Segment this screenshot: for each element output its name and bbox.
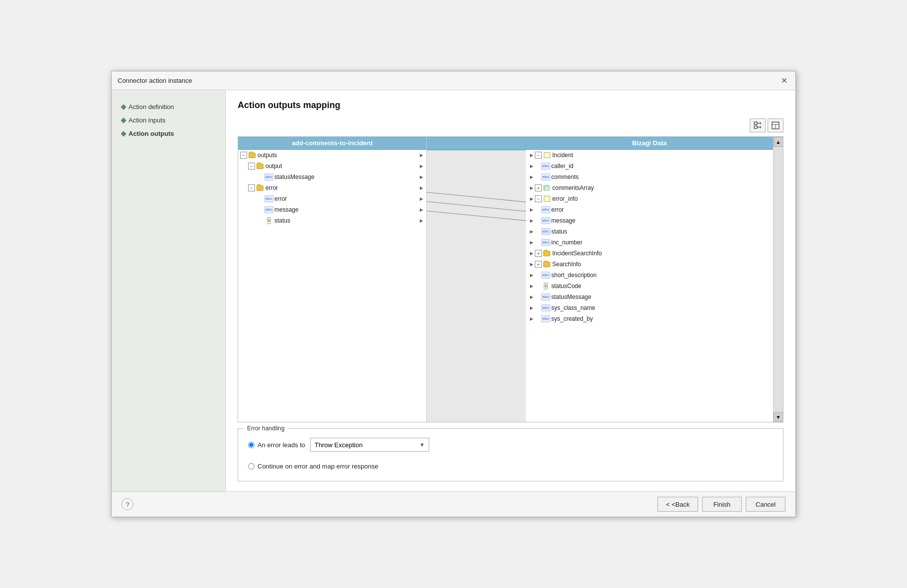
arrow-error-field[interactable]: ▶ <box>418 196 424 202</box>
back-button[interactable]: < <Back <box>657 497 698 512</box>
mapping-wrapper: add-comments-to-incident − outputs ▶ − <box>238 137 783 422</box>
throw-exception-dropdown[interactable]: Throw Exception ▼ <box>310 438 429 452</box>
biz-arrow-commentsArray[interactable]: ▶ <box>528 184 535 191</box>
folder-icon-outputs <box>248 151 256 159</box>
finish-button[interactable]: Finish <box>702 497 742 512</box>
cancel-button[interactable]: Cancel <box>746 497 785 512</box>
abc-icon-statusMessage: abc <box>265 173 273 181</box>
biz-row-statusCode[interactable]: ▶ 1 statusCode <box>526 281 773 292</box>
biz-row-status-biz[interactable]: ▶ abc status <box>526 226 773 237</box>
help-button[interactable]: ? <box>122 498 133 510</box>
arrow-output[interactable]: ▶ <box>418 163 424 169</box>
close-button[interactable]: ✕ <box>778 75 789 86</box>
layout-tool-button-1[interactable] <box>750 118 766 132</box>
tree-node-message[interactable]: abc message ▶ <box>238 204 426 215</box>
layout-tool-button-2[interactable] <box>768 118 783 132</box>
abc-icon-sys_created_by: abc <box>542 315 550 323</box>
sidebar-item-action-inputs[interactable]: Action inputs <box>120 114 217 127</box>
tree-node-status[interactable]: 1 status ▶ <box>238 215 426 226</box>
biz-arrow-message-biz[interactable]: ▶ <box>528 217 535 224</box>
label-statusMessage-biz: statusMessage <box>551 294 591 300</box>
sidebar-item-action-outputs-label: Action outputs <box>129 130 174 137</box>
biz-row-commentsArray[interactable]: ▶ + commentsArray <box>526 182 773 193</box>
biz-arrow-SearchInfo[interactable]: ▶ <box>528 261 535 268</box>
biz-arrow-error-biz[interactable]: ▶ <box>528 206 535 213</box>
biz-arrow-inc_number[interactable]: ▶ <box>528 239 535 246</box>
biz-arrow-Incident[interactable]: ▶ <box>528 152 535 159</box>
radio-label-2[interactable]: Continue on error and map error response <box>248 463 379 470</box>
label-error_info: error_info <box>552 195 578 202</box>
biz-arrow-error_info[interactable]: ▶ <box>528 195 535 202</box>
scroll-up-button[interactable]: ▲ <box>774 137 783 147</box>
svg-rect-0 <box>754 122 757 124</box>
biz-row-sys_created_by[interactable]: ▶ abc sys_created_by <box>526 313 773 324</box>
dropdown-value: Throw Exception <box>315 441 363 449</box>
biz-arrow-caller_id[interactable]: ▶ <box>528 163 535 170</box>
sidebar-item-action-definition[interactable]: Action definition <box>120 100 217 114</box>
label-message-biz: message <box>551 217 576 224</box>
collection-svg <box>543 185 550 191</box>
biz-arrow-short_description[interactable]: ▶ <box>528 272 535 279</box>
biz-row-statusMessage-biz[interactable]: ▶ abc statusMessage <box>526 292 773 302</box>
biz-arrow-IncidentSearchInfo[interactable]: ▶ <box>528 250 535 257</box>
expander-SearchInfo[interactable]: + <box>535 261 542 268</box>
label-sys_created_by: sys_created_by <box>551 315 593 322</box>
label-message: message <box>274 206 299 213</box>
expander-output[interactable]: − <box>248 163 255 170</box>
biz-arrow-sys_class_name[interactable]: ▶ <box>528 304 535 311</box>
arrow-statusMessage[interactable]: ▶ <box>418 174 424 180</box>
biz-row-SearchInfo[interactable]: ▶ + SearchInfo <box>526 259 773 270</box>
biz-arrow-statusMessage-biz[interactable]: ▶ <box>528 294 535 300</box>
scroll-down-button[interactable]: ▼ <box>774 412 783 422</box>
biz-row-message-biz[interactable]: ▶ abc message <box>526 215 773 226</box>
middle-panel <box>427 137 526 422</box>
abc-icon-error: abc <box>265 195 273 203</box>
biz-row-error_info[interactable]: ▶ − error_info <box>526 193 773 204</box>
abc-icon-short_description: abc <box>542 271 550 279</box>
biz-row-inc_number[interactable]: ▶ abc inc_number <box>526 237 773 248</box>
biz-row-comments[interactable]: ▶ abc comments <box>526 172 773 182</box>
biz-arrow-statusCode[interactable]: ▶ <box>528 283 535 290</box>
abc-icon-inc_number: abc <box>542 238 550 246</box>
label-statusMessage: statusMessage <box>274 174 315 180</box>
biz-row-error-biz[interactable]: ▶ abc error <box>526 204 773 215</box>
tree-node-error-group[interactable]: − error ▶ <box>238 182 426 193</box>
expander-error_info[interactable]: − <box>535 195 542 202</box>
expander-error-group[interactable]: − <box>248 184 255 191</box>
arrow-error-group[interactable]: ▶ <box>418 185 424 191</box>
biz-arrow-sys_created_by[interactable]: ▶ <box>528 315 535 322</box>
biz-row-caller_id[interactable]: ▶ abc caller_id <box>526 161 773 172</box>
dialog-titlebar: Connector action instance ✕ <box>112 71 795 90</box>
tree-node-output[interactable]: − output ▶ <box>238 161 426 172</box>
expander-outputs[interactable]: − <box>240 152 247 159</box>
tree-node-statusMessage[interactable]: abc statusMessage ▶ <box>238 172 426 182</box>
expander-Incident[interactable]: − <box>535 152 542 159</box>
tree-node-error-field[interactable]: abc error ▶ <box>238 193 426 204</box>
arrow-message[interactable]: ▶ <box>418 207 424 213</box>
biz-arrow-comments[interactable]: ▶ <box>528 174 535 180</box>
expander-IncidentSearchInfo[interactable]: + <box>535 250 542 257</box>
bizagi-panel: Bizagi Data ▶ − Incident ▶ abc <box>526 137 773 422</box>
sidebar-item-action-definition-label: Action definition <box>129 103 174 111</box>
radio-continue-on-error[interactable] <box>248 463 255 470</box>
biz-row-sys_class_name[interactable]: ▶ abc sys_class_name <box>526 302 773 313</box>
radio-label-1[interactable]: An error leads to <box>248 441 305 449</box>
biz-row-IncidentSearchInfo[interactable]: ▶ + IncidentSearchInfo <box>526 248 773 259</box>
radio-error-leads-to[interactable] <box>248 442 255 448</box>
layout-icon-2 <box>771 121 780 130</box>
left-tree-header: add-comments-to-incident <box>238 137 426 150</box>
biz-arrow-status-biz[interactable]: ▶ <box>528 228 535 235</box>
label-comments: comments <box>551 174 579 180</box>
biz-row-short_description[interactable]: ▶ abc short_description <box>526 270 773 281</box>
error-row-1: An error leads to Throw Exception ▼ <box>248 438 773 452</box>
arrow-status[interactable]: ▶ <box>418 218 424 224</box>
tree-node-outputs[interactable]: − outputs ▶ <box>238 150 426 161</box>
label-short_description: short_description <box>551 272 596 279</box>
arrow-outputs[interactable]: ▶ <box>418 152 424 158</box>
expander-commentsArray[interactable]: + <box>535 184 542 191</box>
diamond-icon <box>121 104 126 110</box>
biz-row-Incident[interactable]: ▶ − Incident <box>526 150 773 161</box>
collection-icon-commentsArray <box>543 184 551 192</box>
label-inc_number: inc_number <box>551 239 583 246</box>
sidebar-item-action-outputs[interactable]: Action outputs <box>120 127 217 140</box>
